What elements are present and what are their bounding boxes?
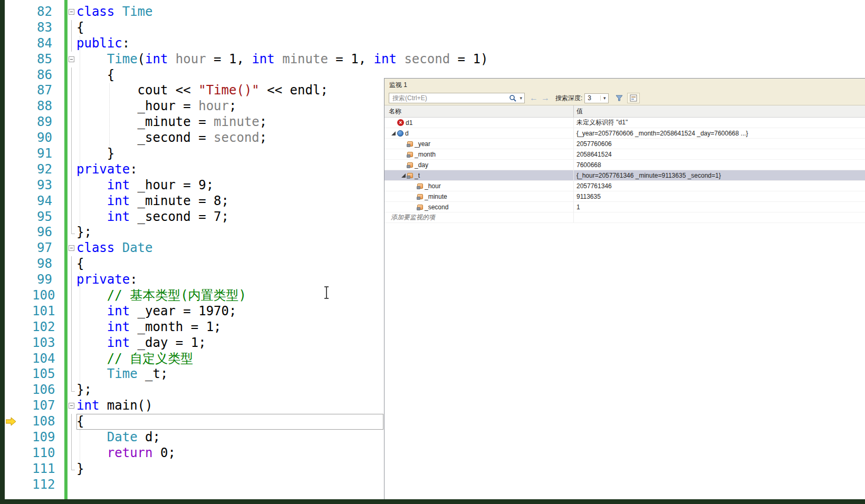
code-text[interactable]: int _day = 1; (76, 335, 206, 351)
indicator-margin[interactable] (5, 335, 32, 351)
code-text[interactable]: _second = second; (76, 130, 267, 146)
code-text[interactable]: private: (76, 272, 138, 288)
indicator-margin[interactable] (5, 272, 32, 288)
indicator-margin[interactable] (5, 382, 32, 398)
watch-format-button[interactable] (627, 93, 640, 103)
indicator-margin[interactable] (5, 319, 32, 335)
code-text[interactable]: { (76, 67, 114, 83)
watch-value[interactable]: 9113635 (574, 191, 865, 201)
watch-value[interactable]: 2058641524 (574, 149, 865, 159)
code-text[interactable]: }; (76, 225, 92, 240)
search-icon[interactable] (509, 94, 516, 102)
watch-row[interactable]: _minute9113635 (385, 191, 865, 202)
watch-row[interactable]: d{_year=2057760606 _month=2058641524 _da… (385, 128, 865, 139)
code-text[interactable]: _hour = hour; (76, 99, 236, 114)
code-text[interactable]: int _year = 1970; (76, 304, 236, 319)
watch-value[interactable]: 1 (574, 202, 865, 212)
indicator-margin[interactable] (5, 52, 32, 67)
watch-row[interactable]: _t{_hour=2057761346 _minute=9113635 _sec… (385, 170, 865, 181)
watch-row[interactable]: d1未定义标识符 "d1" (385, 118, 865, 128)
indicator-margin[interactable] (5, 304, 32, 319)
code-text[interactable]: int main() (76, 398, 153, 414)
code-text[interactable]: { (76, 20, 84, 36)
expander-icon[interactable] (400, 173, 407, 178)
expander-icon[interactable] (390, 131, 397, 136)
fold-collapse-box-icon[interactable] (69, 403, 74, 409)
code-text[interactable]: int _second = 7; (76, 209, 229, 225)
watch-value[interactable]: 2057761346 (574, 181, 865, 191)
outline-margin (68, 20, 76, 36)
search-depth-select[interactable]: 3 ▾ (584, 93, 609, 103)
watch-value[interactable]: {_year=2057760606 _month=2058641524 _day… (574, 128, 865, 138)
column-header-name[interactable]: 名称 (385, 105, 574, 117)
search-back-button[interactable]: ← (530, 93, 538, 103)
indicator-margin[interactable] (5, 99, 32, 114)
add-watch-row[interactable]: 添加要监视的项 (385, 212, 865, 223)
code-text[interactable]: Date d; (76, 430, 160, 445)
code-text[interactable]: Time(int hour = 1, int minute = 1, int s… (76, 52, 488, 67)
watch-row[interactable]: _second1 (385, 202, 865, 212)
indicator-margin[interactable] (5, 351, 32, 367)
indicator-margin[interactable] (5, 4, 32, 20)
watch-row[interactable]: _year2057760606 (385, 139, 865, 149)
code-text[interactable]: // 基本类型(内置类型) (76, 288, 246, 304)
code-text[interactable]: return 0; (76, 445, 176, 461)
indicator-margin[interactable] (5, 130, 32, 146)
code-text[interactable]: } (76, 146, 114, 162)
watch-row[interactable]: _day7600668 (385, 160, 865, 170)
fold-collapse-box-icon[interactable] (69, 56, 74, 62)
indicator-margin[interactable] (5, 20, 32, 36)
search-forward-button[interactable]: → (541, 93, 550, 103)
code-text[interactable]: private: (76, 162, 138, 178)
watch-search-input[interactable]: 搜索(Ctrl+E) ▾ (389, 93, 525, 103)
code-text[interactable]: Time _t; (76, 366, 168, 382)
code-text[interactable]: int _month = 1; (76, 319, 222, 335)
indicator-margin[interactable] (5, 178, 32, 193)
watch-value[interactable]: 7600668 (574, 160, 865, 170)
code-text[interactable]: public: (76, 36, 130, 52)
code-text[interactable]: int _hour = 9; (76, 178, 214, 193)
indicator-margin[interactable] (5, 193, 32, 209)
indicator-margin[interactable] (5, 398, 32, 414)
watch-row[interactable]: _hour2057761346 (385, 181, 865, 191)
indicator-margin[interactable] (5, 366, 32, 382)
indicator-margin[interactable] (5, 209, 32, 225)
code-text[interactable]: cout << "Time()" << endl; (76, 83, 328, 99)
indicator-margin[interactable] (5, 477, 32, 493)
indicator-margin[interactable] (5, 430, 32, 445)
fold-collapse-box-icon[interactable] (69, 9, 74, 15)
code-text[interactable]: { (76, 414, 84, 430)
indicator-margin[interactable] (5, 83, 32, 99)
indicator-margin[interactable] (5, 256, 32, 272)
indicator-margin[interactable] (5, 146, 32, 162)
code-line: 84public: (5, 36, 865, 52)
code-text[interactable]: { (76, 256, 84, 272)
code-text[interactable]: // 自定义类型 (76, 351, 193, 367)
code-text[interactable]: } (76, 461, 84, 477)
indicator-margin[interactable] (5, 445, 32, 461)
code-text[interactable]: class Time (76, 4, 153, 20)
line-number: 84 (32, 36, 52, 52)
funnel-filter-button[interactable] (613, 93, 626, 103)
indicator-margin[interactable] (5, 114, 32, 130)
indicator-margin[interactable] (5, 461, 32, 477)
watch-row[interactable]: _month2058641524 (385, 149, 865, 160)
fold-collapse-box-icon[interactable] (69, 245, 74, 251)
add-watch-label[interactable]: 添加要监视的项 (385, 212, 574, 222)
indicator-margin[interactable] (5, 162, 32, 178)
code-text[interactable]: class Date (76, 240, 153, 256)
watch-value[interactable]: 2057760606 (574, 139, 865, 149)
watch-value[interactable]: 未定义标识符 "d1" (574, 118, 865, 128)
indicator-margin[interactable] (5, 288, 32, 304)
watch-title-bar[interactable]: 监视 1 (385, 79, 865, 91)
code-text[interactable]: }; (76, 382, 92, 398)
code-text[interactable]: int _minute = 8; (76, 193, 229, 209)
indicator-margin[interactable] (5, 36, 32, 52)
column-header-value[interactable]: 值 (574, 105, 865, 117)
indicator-margin[interactable] (5, 240, 32, 256)
watch-value[interactable]: {_hour=2057761346 _minute=9113635 _secon… (574, 170, 865, 180)
indicator-margin[interactable] (5, 225, 32, 240)
code-text[interactable]: _minute = minute; (76, 114, 267, 130)
search-dropdown-chevron-icon[interactable]: ▾ (517, 95, 524, 101)
indicator-margin[interactable] (5, 67, 32, 83)
